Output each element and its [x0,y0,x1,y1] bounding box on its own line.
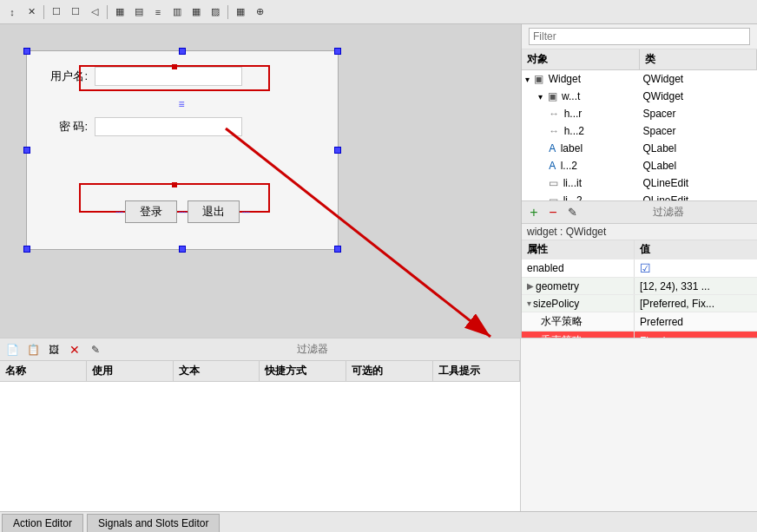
prop-name-vpolicy: 垂直策略 [522,332,635,338]
tree-cell-class-4: QLabel [640,141,758,155]
prop-table[interactable]: 属性 值 enabled ☑ ▶geometry [12, 24), 331 .… [522,240,757,338]
prop-row-vpolicy[interactable]: 垂直策略 Fixed [522,332,757,338]
tree-cell-name-7: ▭ li...2 [522,194,640,201]
tree-cell-class-1: QWidget [640,89,758,103]
toolbar-btn-6[interactable]: ▥ [168,3,186,21]
tree-cell-class-7: QLineEdit [640,194,758,201]
tree-cell-class-2: Spacer [640,107,758,121]
password-input[interactable] [95,117,242,136]
tree-row-5[interactable]: A l...2 QLabel [522,157,757,174]
tree-cell-class-3: Spacer [640,124,758,138]
prop-row-hpolicy[interactable]: 水平策略 Preferred [522,312,757,332]
prop-row-enabled[interactable]: enabled ☑ [522,259,757,278]
toolbar-btn-3[interactable]: ▦ [111,3,128,21]
checkbox-enabled: ☑ [640,261,651,275]
prop-remove-btn[interactable]: − [544,205,562,220]
prop-edit-btn[interactable]: ✎ [563,205,581,220]
toolbar-divider-2 [107,5,108,19]
widget-form[interactable]: 用户名: ≡ 密 码: ····· 登录 ····· 退出 [26,50,339,250]
action-col-use: 使用 [87,361,174,381]
prop-col-name: 属性 [522,240,635,259]
toolbar-divider-3 [227,5,228,19]
prop-val-vpolicy: Fixed [635,332,757,338]
action-edit-btn[interactable]: ✎ [87,342,104,358]
exit-btn[interactable]: 退出 [188,200,240,223]
prop-val-enabled: ☑ [635,259,757,277]
handle-bl[interactable] [23,246,30,253]
action-editor-panel: 📄 📋 🖼 ✕ ✎ 过滤器 名称 使用 文本 快捷方式 可选的 工具提示 [0,338,521,511]
tree-cell-name-3: ↔ h...2 [522,124,640,138]
widget-label: widget : QWidget [522,224,757,240]
right-bottom-panel [521,338,757,511]
handle-mr[interactable] [334,147,341,154]
tree-row-4[interactable]: A label QLabel [522,140,757,157]
filter-input[interactable] [529,28,750,45]
tree-row-1[interactable]: ▾ ▣ w...t QWidget [522,88,757,105]
bottom-area: 📄 📋 🖼 ✕ ✎ 过滤器 名称 使用 文本 快捷方式 可选的 工具提示 [0,338,757,511]
tree-cell-name-0: ▾ ▣ Widget [522,72,640,86]
password-row: 密 码: [36,117,329,136]
tree-row-0[interactable]: ▾ ▣ Widget QWidget [522,70,757,88]
handle-tr[interactable] [334,48,341,55]
tree-row-2[interactable]: ↔ h...r Spacer [522,105,757,122]
toolbar-btn-10[interactable]: ⊕ [251,3,268,21]
action-col-checkable: 可选的 [346,361,433,381]
prop-add-btn[interactable]: + [525,205,543,220]
handle-bm[interactable] [179,246,186,253]
toolbar-btn-5[interactable]: ≡ [149,3,167,21]
action-new-btn[interactable]: 📄 [3,342,21,358]
tab-signals-slots[interactable]: Signals and Slots Editor [87,514,220,532]
handle-tm[interactable] [179,48,186,55]
toolbar-divider-1 [43,5,44,19]
action-col-tooltip: 工具提示 [433,361,520,381]
tree-row-6[interactable]: ▭ li...it QLineEdit [522,174,757,192]
lineedit-icon-7: ▭ [549,194,558,201]
top-toolbar: ↕ ✕ ☐ ☐ ◁ ▦ ▤ ≡ ▥ ▦ ▨ ▦ ⊕ [0,0,757,24]
action-icon-btn[interactable]: 🖼 [45,342,63,358]
dotted-right: ····· [241,207,249,217]
username-input[interactable] [95,67,242,86]
toolbar-btn-4[interactable]: ▤ [130,3,148,21]
tree-cell-class-0: QWidget [640,72,758,86]
tree-cell-name-2: ↔ h...r [522,107,640,121]
toolbar-btn-sort[interactable]: ↕ [3,3,21,21]
main-area: 用户名: ≡ 密 码: ····· 登录 ····· 退出 [0,24,757,338]
tab-bar: Action Editor Signals and Slots Editor [0,511,757,532]
object-tree[interactable]: 对象 类 ▾ ▣ Widget QWidget ▾ ▣ w...t [522,49,757,201]
spacer-icon-2: ↔ [549,108,559,120]
prop-row-sizepolicy[interactable]: ▾sizePolicy [Preferred, Fix... [522,295,757,312]
toolbar-btn-pointer[interactable]: ◁ [86,3,103,21]
username-row: 用户名: [36,67,329,86]
prop-val-hpolicy: Preferred [635,312,757,331]
action-copy-btn[interactable]: 📋 [24,342,42,358]
toolbar-btn-9[interactable]: ▦ [232,3,249,21]
tree-row-7[interactable]: ▭ li...2 QLineEdit [522,192,757,201]
prop-row-geometry[interactable]: ▶geometry [12, 24), 331 ... [522,278,757,295]
chevron-1: ▾ [538,92,543,102]
tree-cell-class-5: QLabel [640,159,758,173]
tree-cell-name-4: A label [522,141,640,155]
tree-header: 对象 类 [522,49,757,70]
toolbar-btn-close[interactable]: ✕ [23,3,40,21]
action-toolbar-label: 过滤器 [108,342,517,357]
action-toolbar: 📄 📋 🖼 ✕ ✎ 过滤器 [0,338,520,361]
chevron-sizepolicy: ▾ [527,299,531,308]
tree-cell-class-6: QLineEdit [640,176,758,190]
tree-cell-name-5: A l...2 [522,159,640,173]
handle-br[interactable] [334,246,341,253]
action-delete-btn[interactable]: ✕ [66,342,83,358]
tab-action-editor[interactable]: Action Editor [2,514,83,532]
handle-ml[interactable] [23,147,30,154]
action-col-shortcut: 快捷方式 [260,361,346,381]
toolbar-btn-8[interactable]: ▨ [207,3,224,21]
canvas-area[interactable]: 用户名: ≡ 密 码: ····· 登录 ····· 退出 [0,24,521,338]
tree-row-3[interactable]: ↔ h...2 Spacer [522,122,757,140]
toolbar-btn-1[interactable]: ☐ [48,3,65,21]
lineedit-icon-6: ▭ [549,177,558,189]
handle-tl[interactable] [23,48,30,55]
toolbar-btn-7[interactable]: ▦ [188,3,205,21]
toolbar-btn-2[interactable]: ☐ [67,3,84,21]
widget-icon-0: ▣ [534,73,543,85]
spacer-icon-3: ↔ [549,125,559,137]
login-btn[interactable]: 登录 [125,200,177,223]
